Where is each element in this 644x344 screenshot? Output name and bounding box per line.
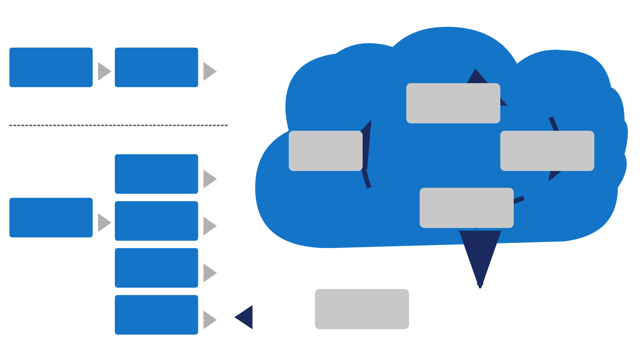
arrow-adjusted [203, 310, 217, 329]
data-box [289, 131, 363, 171]
patterns-box [500, 131, 594, 171]
arrow-mixed [203, 217, 217, 235]
dashed-divider [9, 125, 228, 126]
cloud-container [228, 20, 631, 288]
arrow-mobile [203, 170, 217, 188]
mixed-reality-box [115, 201, 198, 241]
webapp-box [115, 48, 198, 87]
arrow-citm [98, 213, 111, 232]
predictions-box [420, 188, 514, 228]
arrow-webapp-to-cloud [203, 62, 217, 81]
big-arrow-to-interactions [234, 305, 252, 329]
interactions-box [315, 289, 409, 329]
customer-in-moment-box [9, 198, 93, 237]
insights-box [406, 83, 500, 123]
adjusted-reality-box [115, 295, 198, 335]
arrow-customer-to-webapp [98, 62, 111, 81]
mobile-box [115, 154, 198, 194]
customer-box [9, 48, 93, 87]
integrated-reality-box [115, 248, 198, 288]
arrow-integrated [203, 264, 217, 282]
